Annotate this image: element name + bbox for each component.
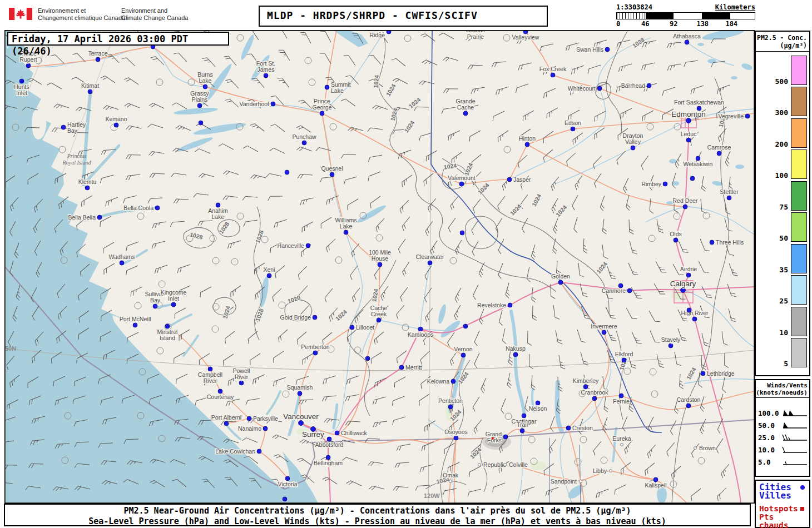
city-dot [503,435,508,439]
town-circle [478,464,481,466]
city-label: Prairie [467,33,484,40]
pm25-threshold-label: 50 [779,235,788,242]
city-label: Lake [331,87,344,94]
city-label: Stettler [720,188,739,195]
city-label: Bay [150,297,161,303]
city-label: Cache [457,104,474,111]
city-label: Quesnel [321,165,343,172]
city-dot [203,84,207,89]
city-label: High River [681,310,709,316]
city-dot [627,288,632,293]
city-dot [247,416,251,421]
city-dot [525,142,529,147]
city-dot [687,308,691,312]
city-label: Nakusp [506,345,526,352]
city-dot [327,437,331,441]
town-circle [504,464,507,466]
city-label: Bellingham [314,460,343,466]
pm25-threshold-label: 25 [779,298,788,305]
city-label: Calgary [670,280,696,288]
city-label: Lake [199,77,212,84]
city-label: Wetaskiwin [684,161,713,167]
city-label: Trail [517,421,528,428]
city-dot [257,449,261,454]
scale-unit: Kilometers [715,3,755,11]
city-dot [218,389,222,393]
wind-barb-icon [782,421,808,430]
city-dot [271,102,275,106]
pm25-color-swatch [791,87,807,116]
eccc-weather-map-page: Environnement etChangement climatique Ca… [0,0,812,528]
city-label: Vancouver [283,412,319,421]
city-dot [365,356,370,361]
city-dot [285,476,290,481]
city-dot [686,273,691,277]
hotspot-square-icon [800,507,804,511]
city-label: Brown [699,445,716,451]
pm25-legend-entry: 75 [756,180,809,211]
city-dot [669,343,673,348]
city-label: Creston [572,425,593,431]
city-dot [120,261,124,265]
pm25-threshold-label: 35 [779,267,788,273]
city-label: River [235,373,249,380]
city-dot [710,240,714,245]
city-label: Kemano [105,116,127,122]
city-label: Airdrie [680,266,697,272]
city-label: Red Deer [673,197,698,204]
city-label: Valemount [448,175,476,181]
city-label: James [258,66,275,73]
city-label: Omak [443,472,459,479]
wind-legend: Winds/Vents(knots/noeuds) 100.050.025.01… [755,379,810,477]
town-circle [610,470,612,472]
city-dot [571,127,575,131]
weather-map: 1024102410241024102410241024102410281024… [4,30,755,504]
hotspots-legend-fr: Pts chauds [759,513,806,528]
city-label: Invermere [591,323,617,330]
city-dot [19,79,24,83]
city-label: Penticton [438,397,463,404]
city-label: Nelson [529,405,547,412]
city-dot [622,358,626,362]
pm25-color-swatch [791,338,807,367]
graticule-label: 50N [5,345,16,352]
canada-flag-icon [9,8,32,20]
city-label: Klemtu [78,178,97,185]
wind-legend-entry: 25.0 [756,431,809,444]
city-dot [558,280,563,285]
city-dot [551,73,555,77]
city-label: Stavely [661,336,681,343]
city-label: Jasper [513,176,531,183]
pm25-color-swatch [791,150,807,179]
wordmark-english: Environment andClimate Change Canada [121,7,188,22]
city-label: Terrace [88,50,107,57]
city-dot [592,396,597,401]
city-label: Osoyoos [444,429,467,435]
city-dot [507,177,512,182]
pm25-color-swatch [791,275,807,305]
scale-tick: 46 [641,20,649,28]
pm25-legend-entry: 35 [756,242,809,273]
city-label: Leduc [681,131,697,137]
pm25-legend-title: PM2.5 - Conc.(µg/m³) [756,32,809,49]
city-dot [460,231,464,235]
scale-tick: 184 [725,20,737,28]
scale-tick-labels: 04692138184 [616,20,756,28]
city-label: Clearwater [416,253,444,260]
wind-barb-icon [782,434,808,442]
scale-track [616,12,755,19]
isobar-label: 1024 [372,74,380,88]
city-label: Republic [483,461,506,468]
city-dot [717,151,721,156]
city-label: Golden [551,273,570,280]
city-dot [459,182,464,186]
town-circle [580,480,582,483]
city-dot [619,393,623,398]
city-label: Port McNeill [120,316,151,322]
city-label: Kelowna [427,378,449,385]
city-label: Olds [670,231,682,237]
pm25-threshold-label: 100 [775,172,788,179]
city-dot [165,324,170,328]
city-label: Parksville [253,415,278,422]
pm25-legend-entry: 25 [756,274,809,305]
